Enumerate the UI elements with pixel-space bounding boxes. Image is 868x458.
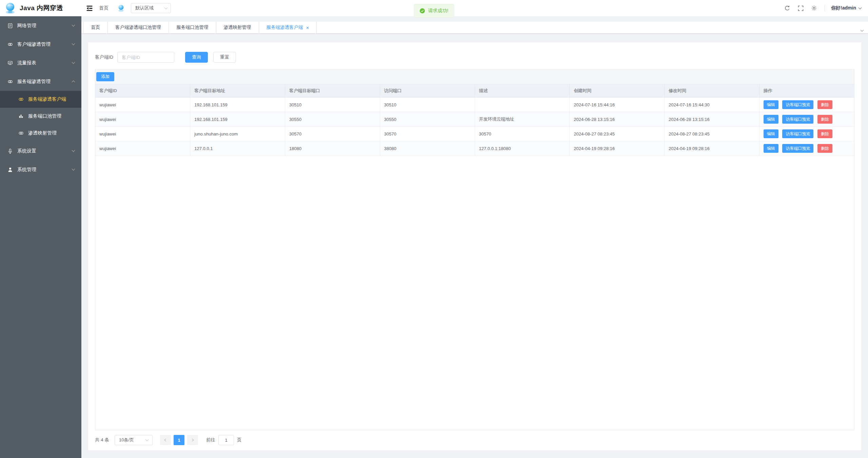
main-area: 首页 默认区域 — [81, 0, 868, 458]
theme-sun-icon[interactable] — [811, 5, 817, 11]
tab-server-port-pool[interactable]: 服务端口池管理 — [169, 22, 216, 33]
table-row: wujiawei 192.168.101.159 30550 30550 开发环… — [95, 112, 854, 127]
tab-server-pen-client[interactable]: 服务端渗透客户端 × — [259, 22, 317, 33]
preview-button[interactable]: 访客端口预览 — [782, 129, 813, 138]
data-table: 客户端ID客户端目标地址客户端目标端口访问端口描述创建时间修改时间操作 wuji… — [95, 84, 854, 156]
navbar-divider — [825, 5, 825, 11]
goto-label: 前往 — [206, 437, 215, 443]
chevron-up-icon — [72, 81, 75, 84]
preview-button[interactable]: 访客端口预览 — [782, 100, 813, 109]
breadcrumb-home[interactable]: 首页 — [99, 5, 108, 11]
sidebar-subitem-pen-mapping-mgmt[interactable]: 渗透映射管理 — [0, 125, 81, 142]
microphone-icon — [7, 148, 13, 154]
tabs-bar: 首页 客户端渗透端口池管理 服务端口池管理 渗透映射管理 服务端渗透客户端 × — [81, 22, 868, 34]
table-row: wujiawei 192.168.101.159 30510 30510 202… — [95, 98, 854, 112]
sidebar-collapse-icon[interactable] — [86, 5, 93, 12]
cell-access-port: 30570 — [380, 127, 475, 141]
tab-client-pen-port-pool[interactable]: 客户端渗透端口池管理 — [108, 22, 169, 33]
chevron-right-icon — [191, 439, 194, 441]
delete-button[interactable]: 删除 — [817, 144, 832, 153]
preview-button[interactable]: 访客端口预览 — [782, 115, 813, 124]
sidebar-subitem-server-pen-client[interactable]: 服务端渗透客户端 — [0, 91, 81, 108]
sidebar-item-system-mgmt[interactable]: 系统管理 — [0, 160, 81, 179]
tab-pen-mapping[interactable]: 渗透映射管理 — [216, 22, 259, 33]
user-menu[interactable]: 你好!admin — [831, 5, 861, 11]
app-title: Java 内网穿透 — [20, 4, 63, 13]
tab-label: 渗透映射管理 — [224, 24, 251, 30]
cell-actions: 编辑 访客端口预览 删除 — [759, 127, 854, 141]
success-toast: 请求成功! — [414, 4, 454, 18]
cell-client-id: wujiawei — [95, 98, 190, 112]
cell-target-port: 18080 — [285, 141, 380, 156]
cell-target-port: 30550 — [285, 112, 380, 127]
table-row: wujiawei 127.0.0.1 18080 38080 127.0.0.1… — [95, 141, 854, 156]
column-header: 描述 — [475, 84, 570, 98]
chart-board-icon — [7, 60, 13, 66]
cell-access-port: 30510 — [380, 98, 475, 112]
cell-target-address: 127.0.0.1 — [190, 141, 285, 156]
link-icon — [18, 130, 24, 136]
column-header: 修改时间 — [665, 84, 760, 98]
reset-button[interactable]: 重置 — [213, 52, 236, 63]
close-icon[interactable]: × — [306, 25, 309, 30]
sidebar-subitem-label: 服务端渗透客户端 — [28, 96, 66, 102]
edit-button[interactable]: 编辑 — [764, 100, 778, 109]
delete-button[interactable]: 删除 — [817, 129, 832, 138]
cell-created-time: 2024-06-28 13:15:16 — [570, 112, 665, 127]
toast-message: 请求成功! — [428, 8, 449, 14]
query-button[interactable]: 查询 — [185, 52, 208, 63]
fullscreen-icon[interactable] — [798, 5, 804, 11]
sidebar-item-client-pen-mgmt[interactable]: 客户端渗透管理 — [0, 35, 81, 54]
cell-created-time: 2024-08-27 08:23:45 — [570, 127, 665, 141]
edit-button[interactable]: 编辑 — [764, 129, 778, 138]
edit-button[interactable]: 编辑 — [764, 144, 778, 153]
cell-client-id: wujiawei — [95, 141, 190, 156]
sidebar-item-server-pen-mgmt[interactable]: 服务端渗透管理 — [0, 72, 81, 91]
sidebar-item-system-settings[interactable]: 系统设置 — [0, 142, 81, 160]
cell-modified-time: 2024-04-19 09:28:16 — [665, 141, 760, 156]
sidebar-subitem-label: 渗透映射管理 — [28, 130, 57, 136]
sidebar-item-label: 系统设置 — [17, 148, 68, 154]
user-icon — [7, 167, 13, 172]
region-select[interactable]: 默认区域 — [131, 3, 171, 13]
delete-button[interactable]: 删除 — [817, 100, 832, 109]
link-icon — [18, 97, 24, 102]
tab-home[interactable]: 首页 — [83, 22, 108, 33]
app-window: Java 内网穿透 网络管理 客户端渗透管理 — [0, 0, 868, 458]
sidebar-item-network-mgmt[interactable]: 网络管理 — [0, 16, 81, 35]
delete-button[interactable]: 删除 — [817, 115, 832, 124]
goto-page-input[interactable] — [218, 435, 234, 445]
search-form: 客户端ID 查询 重置 — [95, 52, 854, 63]
cell-client-id: wujiawei — [95, 112, 190, 127]
add-button[interactable]: 添加 — [96, 72, 114, 81]
cell-client-id: wujiawei — [95, 127, 190, 141]
refresh-icon[interactable] — [784, 5, 790, 11]
region-select-value: 默认区域 — [135, 5, 154, 11]
sidebar-item-label: 服务端渗透管理 — [17, 79, 68, 85]
column-header: 客户端目标端口 — [285, 84, 380, 98]
cell-target-port: 30510 — [285, 98, 380, 112]
client-id-input[interactable] — [117, 52, 174, 63]
chevron-down-icon — [145, 438, 149, 441]
preview-button[interactable]: 访客端口预览 — [782, 144, 813, 153]
cell-modified-time: 2024-08-27 08:23:45 — [665, 127, 760, 141]
page-size-select[interactable]: 10条/页 — [115, 435, 153, 445]
top-navbar: 首页 默认区域 — [81, 0, 868, 16]
cell-actions: 编辑 访客端口预览 删除 — [759, 112, 854, 127]
column-header: 创建时间 — [570, 84, 665, 98]
sidebar-item-traffic-report[interactable]: 流量报表 — [0, 54, 81, 72]
current-page-button[interactable]: 1 — [174, 435, 184, 445]
chevron-down-icon — [72, 149, 75, 152]
content-card: 客户端ID 查询 重置 添加 客户端ID客户端目标地址客户端目标端口访问端口描述… — [88, 42, 861, 451]
edit-button[interactable]: 编辑 — [764, 115, 778, 124]
cell-access-port: 38080 — [380, 141, 475, 156]
table-toolbar: 添加 — [95, 70, 854, 84]
table-row: wujiawei juno.shuhan-juno.com 30570 3057… — [95, 127, 854, 141]
tabs-overflow-button[interactable] — [861, 26, 863, 33]
page-unit-label: 页 — [237, 437, 242, 443]
sidebar-subitem-server-port-pool[interactable]: 服务端口池管理 — [0, 108, 81, 125]
prev-page-button[interactable] — [160, 435, 171, 445]
app-logo-icon — [4, 2, 16, 14]
next-page-button[interactable] — [187, 435, 198, 445]
table-header-row: 客户端ID客户端目标地址客户端目标端口访问端口描述创建时间修改时间操作 — [95, 84, 854, 98]
